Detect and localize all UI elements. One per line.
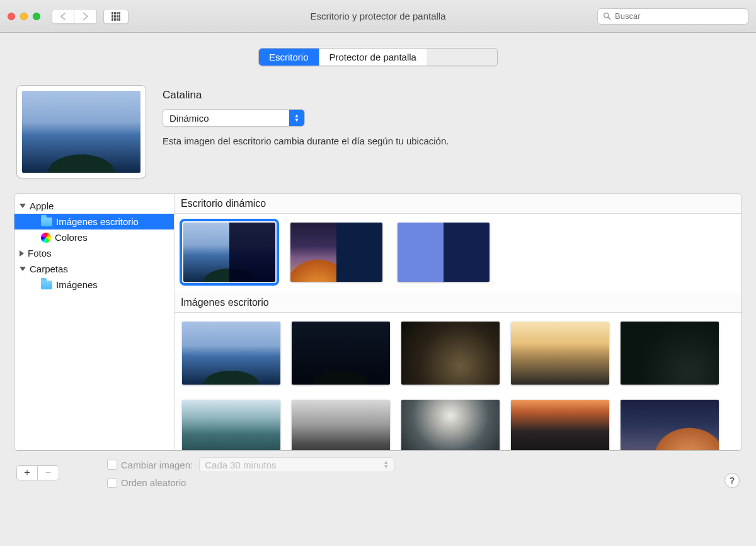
wallpaper-item[interactable]: [182, 400, 280, 450]
wallpaper-mojave-dynamic[interactable]: [290, 223, 382, 282]
current-wallpaper-info: Catalina Dinámico ▲▼ Esta imagen del esc…: [163, 85, 740, 146]
close-window-button[interactable]: [8, 13, 15, 20]
forward-button[interactable]: [74, 9, 97, 24]
wallpaper-item[interactable]: [182, 322, 280, 385]
add-folder-button[interactable]: ＋: [16, 465, 38, 480]
window-controls: [8, 13, 40, 20]
disclosure-triangle-icon[interactable]: [20, 250, 24, 257]
tree-label: Fotos: [28, 248, 52, 258]
tree-folders[interactable]: Carpetas: [14, 261, 174, 277]
zoom-window-button[interactable]: [33, 13, 40, 20]
current-wallpaper-name: Catalina: [163, 89, 740, 102]
remove-folder-button[interactable]: −: [38, 465, 59, 480]
disclosure-triangle-icon[interactable]: [20, 267, 26, 271]
wallpaper-item[interactable]: [292, 322, 390, 385]
change-options: Cambiar imagen: Cada 30 minutos ▲▼ Orden…: [107, 457, 394, 488]
source-sidebar: Apple Imágenes escritorio Colores Fotos: [14, 194, 175, 450]
change-picture-label: Cambiar imagen:: [121, 460, 193, 470]
tree-label: Imágenes: [56, 279, 98, 290]
random-order-checkbox[interactable]: [107, 478, 117, 488]
folder-icon: [41, 218, 52, 226]
dynamic-description: Esta imagen del escritorio cambia durant…: [163, 136, 740, 146]
tree-label: Imágenes escritorio: [56, 216, 139, 227]
tree-label: Colores: [55, 232, 88, 243]
wallpaper-item[interactable]: [621, 322, 719, 385]
wallpapers-row-2: [175, 391, 742, 450]
dynamic-mode-value: Dinámico: [163, 110, 289, 126]
section-dynamic-header: Escritorio dinámico: [175, 194, 742, 214]
disclosure-triangle-icon[interactable]: [20, 204, 26, 208]
folder-icon: [41, 281, 52, 289]
dynamic-row: [175, 214, 742, 293]
wallpaper-item[interactable]: [621, 400, 719, 450]
tree-label: Apple: [30, 200, 54, 211]
wallpaper-thumbnail: [22, 91, 140, 173]
tree-photos[interactable]: Fotos: [14, 245, 174, 261]
wallpaper-item[interactable]: [401, 400, 500, 450]
chevron-left-icon: [60, 13, 66, 20]
change-picture-row: Cambiar imagen: Cada 30 minutos ▲▼: [107, 457, 394, 472]
picker-panel: Apple Imágenes escritorio Colores Fotos: [14, 194, 742, 451]
tree-label: Carpetas: [30, 264, 68, 274]
svg-line-1: [608, 17, 610, 19]
stepper-icon: ▲▼: [289, 110, 304, 126]
interval-value: Cada 30 minutos: [205, 460, 276, 470]
tab-screensaver[interactable]: Protector de pantalla: [319, 49, 427, 66]
wallpaper-item[interactable]: [292, 400, 390, 450]
titlebar: Escritorio y protector de pantalla: [0, 0, 756, 33]
bottom-controls: ＋ − Cambiar imagen: Cada 30 minutos ▲▼ O…: [14, 457, 742, 488]
tree-desktop-pictures[interactable]: Imágenes escritorio: [14, 214, 174, 229]
wallpaper-collection: Escritorio dinámico Imágenes escritorio: [175, 194, 742, 450]
tab-control: Escritorio Protector de pantalla: [258, 48, 498, 66]
help-button[interactable]: ?: [724, 473, 740, 488]
nav-group: [52, 9, 97, 24]
random-order-label: Orden aleatorio: [121, 477, 186, 488]
minimize-window-button[interactable]: [20, 13, 28, 20]
interval-select[interactable]: Cada 30 minutos ▲▼: [199, 457, 394, 472]
current-wallpaper-block: Catalina Dinámico ▲▼ Esta imagen del esc…: [16, 85, 740, 178]
random-order-row: Orden aleatorio: [107, 477, 394, 488]
wallpaper-solar-gradients[interactable]: [398, 223, 490, 282]
tree-colors[interactable]: Colores: [14, 229, 174, 245]
tab-desktop[interactable]: Escritorio: [259, 49, 319, 66]
current-wallpaper-preview: [16, 85, 146, 178]
preference-pane: Escritorio Protector de pantalla Catalin…: [0, 33, 756, 499]
chevron-right-icon: [83, 13, 89, 20]
show-all-button[interactable]: [103, 9, 129, 24]
grid-icon: [112, 12, 120, 21]
dynamic-mode-select[interactable]: Dinámico ▲▼: [163, 109, 305, 127]
search-input[interactable]: [615, 11, 743, 21]
change-picture-checkbox[interactable]: [107, 460, 117, 470]
add-remove-group: ＋ −: [16, 465, 59, 480]
wallpaper-item[interactable]: [511, 322, 609, 385]
wallpaper-catalina-dynamic[interactable]: [183, 223, 275, 282]
section-wallpapers-header: Imágenes escritorio: [175, 293, 742, 313]
wallpaper-item[interactable]: [511, 400, 609, 450]
color-wheel-icon: [41, 233, 51, 243]
tree-apple[interactable]: Apple: [14, 198, 174, 214]
search-icon: [603, 12, 611, 20]
tree-images-folder[interactable]: Imágenes: [14, 277, 174, 293]
source-tree: Apple Imágenes escritorio Colores Fotos: [14, 194, 174, 293]
wallpapers-row-1: [175, 313, 742, 391]
back-button[interactable]: [52, 9, 74, 24]
wallpaper-item[interactable]: [401, 322, 500, 385]
stepper-icon: ▲▼: [383, 460, 389, 469]
search-field[interactable]: [597, 8, 748, 25]
